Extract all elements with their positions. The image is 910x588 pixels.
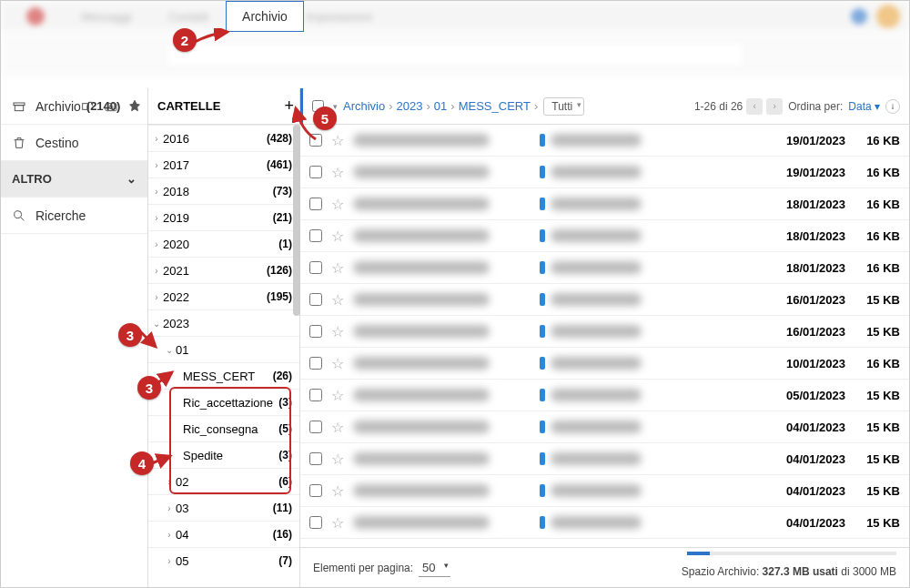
- folder-year[interactable]: ⌄2023: [148, 309, 299, 336]
- filter-dropdown[interactable]: Tutti: [543, 97, 584, 116]
- star-icon[interactable]: ☆: [331, 291, 344, 309]
- star-icon[interactable]: ☆: [331, 419, 344, 436]
- star-icon[interactable]: ☆: [331, 387, 344, 404]
- folder-sub[interactable]: Ric_consegna(5): [148, 415, 299, 441]
- star-icon[interactable]: ☆: [331, 482, 344, 500]
- message-date: 18/01/2023: [754, 229, 845, 243]
- star-icon[interactable]: ☆: [331, 259, 344, 277]
- folder-month[interactable]: ›04(16): [148, 521, 299, 547]
- star-icon[interactable]: ☆: [331, 355, 344, 372]
- message-date: 04/01/2023: [754, 421, 845, 434]
- message-row[interactable]: ☆ 19/01/2023 16 KB: [300, 125, 909, 157]
- star-icon[interactable]: ☆: [331, 164, 344, 181]
- folder-year[interactable]: ›2016(428): [148, 125, 299, 151]
- row-checkbox[interactable]: [309, 421, 322, 433]
- subject-blurred: [551, 452, 642, 465]
- message-size: 15 KB: [854, 389, 900, 402]
- star-icon[interactable]: ☆: [331, 323, 344, 340]
- folder-sub[interactable]: Ric_accettazione(3): [148, 389, 299, 415]
- folder-month[interactable]: ›05(7): [148, 547, 299, 573]
- sender-blurred: [353, 421, 490, 433]
- per-page-select[interactable]: 50: [419, 559, 450, 577]
- message-row[interactable]: ☆ 19/01/2023 16 KB: [300, 157, 909, 188]
- folder-sub[interactable]: Spedite(3): [148, 441, 299, 468]
- row-checkbox[interactable]: [309, 389, 322, 401]
- row-checkbox[interactable]: [309, 516, 322, 529]
- pager-prev[interactable]: ‹: [746, 98, 763, 115]
- row-checkbox[interactable]: [309, 293, 322, 306]
- message-row[interactable]: ☆ 16/01/2023 15 KB: [300, 316, 909, 348]
- message-size: 15 KB: [854, 516, 900, 530]
- star-icon[interactable]: ☆: [331, 132, 344, 149]
- subject-blurred: [551, 229, 642, 242]
- compose-icon[interactable]: [80, 99, 95, 114]
- folder-month[interactable]: ⌄01: [148, 336, 299, 362]
- row-checkbox[interactable]: [309, 357, 322, 370]
- folder-month[interactable]: ›02(6): [148, 468, 299, 494]
- folder-month[interactable]: ›03(11): [148, 494, 299, 521]
- svg-rect-3: [106, 103, 116, 110]
- message-row[interactable]: ☆ 10/01/2023 16 KB: [300, 348, 909, 380]
- folder-year[interactable]: ›2020(1): [148, 230, 299, 257]
- per-page-label: Elementi per pagina:: [313, 562, 413, 574]
- row-checkbox[interactable]: [309, 134, 322, 147]
- sender-blurred: [353, 516, 490, 529]
- sidebar-trash[interactable]: Cestino: [1, 125, 147, 161]
- message-row[interactable]: ☆ 04/01/2023 15 KB: [300, 507, 909, 539]
- row-checkbox[interactable]: [309, 452, 322, 465]
- callout-2: 2: [173, 28, 197, 52]
- row-checkbox[interactable]: [309, 166, 322, 178]
- message-size: 16 KB: [854, 134, 900, 147]
- sidebar-search[interactable]: Ricerche: [1, 198, 147, 234]
- message-row[interactable]: ☆ 04/01/2023 15 KB: [300, 411, 909, 443]
- add-folder-icon[interactable]: +: [284, 96, 294, 116]
- row-checkbox[interactable]: [309, 325, 322, 338]
- status-dot: [540, 198, 545, 210]
- folder-year[interactable]: ›2022(195): [148, 283, 299, 309]
- top-navbar: Messaggi Contatti Altro Impostazioni: [1, 1, 909, 32]
- star-icon[interactable]: ☆: [331, 514, 344, 532]
- folder-year[interactable]: ›2019(21): [148, 204, 299, 230]
- breadcrumb-item[interactable]: 2023: [397, 99, 423, 113]
- breadcrumb-item[interactable]: 01: [434, 99, 447, 113]
- pager-text: 1-26 di 26: [694, 100, 743, 113]
- breadcrumb-item[interactable]: MESS_CERT: [459, 99, 531, 113]
- row-checkbox[interactable]: [309, 261, 322, 274]
- scrollbar[interactable]: [293, 125, 300, 316]
- subject-blurred: [551, 134, 642, 147]
- row-checkbox[interactable]: [309, 198, 322, 210]
- pager-next[interactable]: ›: [766, 98, 783, 115]
- sidebar-other-section[interactable]: ALTRO ⌄: [1, 161, 147, 198]
- sort-direction[interactable]: ↓: [885, 99, 900, 114]
- folder-sub[interactable]: MESS_CERT(26): [148, 362, 299, 389]
- message-row[interactable]: ☆ 05/01/2023 15 KB: [300, 380, 909, 411]
- row-checkbox[interactable]: [309, 229, 322, 242]
- star-icon[interactable]: ☆: [331, 196, 344, 213]
- message-row[interactable]: ☆ 04/01/2023 15 KB: [300, 443, 909, 475]
- star-icon[interactable]: ☆: [331, 451, 344, 468]
- row-checkbox[interactable]: [309, 484, 322, 497]
- message-list: ☆ 19/01/2023 16 KB ☆ 19/01/2023 16 KB ☆ …: [300, 125, 909, 547]
- folder-year[interactable]: ›2017(461): [148, 151, 299, 177]
- sort-dropdown[interactable]: Data ▾: [848, 100, 880, 113]
- sender-blurred: [353, 134, 490, 147]
- star-icon[interactable]: ☆: [331, 228, 344, 245]
- pin-icon[interactable]: [127, 99, 142, 114]
- message-date: 05/01/2023: [754, 389, 845, 402]
- message-size: 16 KB: [854, 166, 900, 179]
- message-row[interactable]: ☆ 18/01/2023 16 KB: [300, 188, 909, 220]
- tab-archivio[interactable]: Archivio: [226, 1, 304, 32]
- folder-year[interactable]: ›2021(126): [148, 257, 299, 283]
- message-row[interactable]: ☆ 04/01/2023 15 KB: [300, 475, 909, 507]
- message-row[interactable]: ☆ 18/01/2023 16 KB: [300, 220, 909, 252]
- breadcrumb-item[interactable]: Archivio: [343, 99, 385, 113]
- folder-year[interactable]: ›2018(73): [148, 177, 299, 204]
- message-footer: Elementi per pagina: 50 Spazio Archivio:…: [300, 547, 909, 587]
- message-row[interactable]: ☆ 16/01/2023 15 KB: [300, 284, 909, 316]
- chevron-icon: ›: [165, 530, 174, 540]
- camera-icon[interactable]: [104, 99, 118, 114]
- select-all-chev[interactable]: ▾: [333, 102, 338, 111]
- sender-blurred: [353, 357, 490, 370]
- sidebar-archive[interactable]: Archivio (2140): [1, 88, 147, 125]
- message-row[interactable]: ☆ 18/01/2023 16 KB: [300, 252, 909, 284]
